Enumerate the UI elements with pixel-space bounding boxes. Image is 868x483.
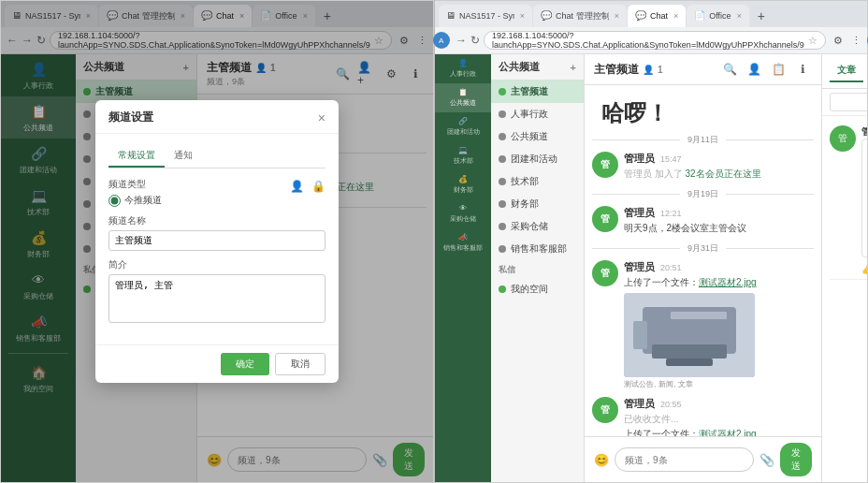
right-sidebar-purchase[interactable]: 👁 采购仓储 — [435, 199, 491, 228]
radio-public-channel[interactable]: 今推频道 — [108, 194, 162, 207]
right-msg-name-1: 管理员 — [624, 152, 655, 166]
file-link-1[interactable]: 测试器材2.jpg — [699, 277, 757, 287]
msg-image-1 — [624, 293, 755, 377]
right-menu-icon[interactable]: ⋮ — [848, 32, 865, 49]
confirm-button[interactable]: 确定 — [221, 353, 269, 375]
channel-type-label: 频道类型 — [108, 178, 146, 191]
right-tab-chat[interactable]: 💬 Chat × — [628, 5, 686, 27]
right-hr-label: 人事行政 — [450, 69, 476, 79]
modal-close-button[interactable]: × — [318, 110, 326, 125]
modal-tab-general[interactable]: 常规设置 — [108, 145, 165, 168]
rp-tab-article[interactable]: 文章 — [830, 60, 863, 82]
right-add-channel-icon[interactable]: + — [571, 62, 576, 73]
right-emoji-icon[interactable]: 😊 — [594, 453, 609, 467]
right-date-divider-3: 9月31日 — [592, 242, 814, 255]
modal-tab-notify[interactable]: 通知 — [165, 145, 202, 168]
right-tab-office[interactable]: 📄 Office × — [687, 5, 749, 27]
right-address-text: 192.168.1.104:5000/?launchApp=SYNO.SDS.C… — [492, 31, 804, 50]
join-link-right[interactable]: 32名会员正在这里 — [686, 168, 761, 179]
right-sidebar-team[interactable]: 🔗 团建和活动 — [435, 112, 491, 141]
right-new-tab-button[interactable]: + — [750, 5, 773, 27]
right-channel-dot-public — [499, 133, 506, 140]
right-panel-search-input[interactable] — [830, 93, 867, 111]
right-channel-procurement[interactable]: 采购仓储 — [491, 215, 584, 238]
right-tab-chat-admin[interactable]: 💬 Chat 管理控制台 × — [533, 5, 627, 27]
radio-public-input[interactable] — [108, 195, 121, 207]
channel-name-input[interactable] — [108, 230, 326, 251]
right-address-input[interactable]: 192.168.1.104:5000/?launchApp=SYNO.SDS.C… — [484, 31, 826, 50]
right-hr-icon: 👤 — [458, 59, 468, 67]
right-tech-label: 技术部 — [454, 156, 473, 166]
modal-footer: 确定 取消 — [95, 344, 339, 383]
right-sidebar-channels[interactable]: 📋 公共频道 — [435, 83, 491, 112]
right-search-header-icon[interactable]: 🔍 — [720, 60, 739, 79]
right-tab-nas[interactable]: 🖥 NAS1517 - Synology ... × — [439, 5, 532, 27]
right-channel-name-sales: 销售和客服部 — [511, 242, 567, 256]
right-msg-text-2: 明天9点，2楼会议室主管会议 — [624, 222, 814, 235]
right-attachment-icon[interactable]: 📎 — [760, 453, 774, 467]
right-channel-main[interactable]: 主管频道 — [491, 80, 584, 103]
right-channel-hr[interactable]: 人事行政 — [491, 103, 584, 125]
right-channel-team[interactable]: 团建和活动 — [491, 148, 584, 170]
rp-tab-file[interactable]: 文件 — [863, 60, 867, 82]
right-channel-dot-tech — [499, 178, 506, 185]
right-chat-messages: 哈啰！ 9月11日 管 管理员 15:47 管理员 加入了 32名会员正在这里 — [585, 85, 821, 436]
right-sales-icon: 📣 — [458, 233, 468, 242]
right-star-icon[interactable]: ☆ — [808, 35, 817, 47]
right-close-chat-admin[interactable]: × — [615, 11, 619, 21]
person-icon-modal: 👤 — [290, 180, 304, 193]
right-msg-avatar-2: 管 — [592, 206, 618, 232]
right-chat-main: 主管频道 👤 1 🔍 👤 📋 ℹ 哈啰！ 9月11日 — [585, 54, 821, 482]
right-close-nas[interactable]: × — [520, 11, 525, 21]
right-channel-my-space[interactable]: 我的空间 — [491, 278, 584, 300]
right-purchase-icon: 👁 — [459, 204, 467, 212]
right-sidebar-finance[interactable]: 💰 财务部 — [435, 170, 491, 199]
rp-user-info: 管理员 20:50 — [861, 125, 867, 275]
right-chat-header-icons: 🔍 👤 📋 ℹ — [720, 60, 812, 79]
right-msg-avatar-4: 管 — [592, 397, 618, 423]
rp-file-count-row: 👍 1 个赞 — [861, 263, 867, 275]
right-info-header-icon[interactable]: ℹ — [793, 60, 812, 79]
profile-avatar[interactable]: A — [433, 32, 450, 49]
right-extensions-icon[interactable]: ⚙ — [830, 32, 846, 49]
right-sidebar-hr[interactable]: 👤 人事行政 — [435, 54, 491, 83]
right-panel-content: 管 管理员 20:50 — [822, 116, 867, 482]
right-close-office[interactable]: × — [737, 11, 742, 21]
cancel-button[interactable]: 取消 — [275, 353, 326, 375]
right-msg-name-3: 管理员 — [624, 260, 655, 274]
right-sales-label: 销售和客服部 — [443, 243, 483, 253]
right-msg-time-2: 12:21 — [660, 209, 682, 218]
right-direct-section: 私信 — [491, 260, 584, 278]
right-finance-label: 财务部 — [454, 185, 473, 195]
right-channel-public[interactable]: 公共频道 — [491, 125, 584, 148]
right-forward-button[interactable]: → — [456, 31, 467, 50]
right-reload-button[interactable]: ↻ — [470, 31, 480, 50]
right-side-panel: 文章 文件 URL × 管 管理员 20:50 — [821, 54, 867, 482]
right-sidebar-tech[interactable]: 💻 技术部 — [435, 141, 491, 170]
radio-public-label: 今推频道 — [124, 194, 162, 207]
right-tab-chat-admin-label: Chat 管理控制台 — [556, 10, 609, 22]
right-channel-finance[interactable]: 财务部 — [491, 193, 584, 215]
right-close-chat[interactable]: × — [673, 11, 678, 21]
right-tab-bar: 🖥 NAS1517 - Synology ... × 💬 Chat 管理控制台 … — [435, 1, 867, 27]
printer-image-1 — [624, 293, 755, 377]
right-channel-sales[interactable]: 销售和客服部 — [491, 238, 584, 260]
right-channel-dot-main — [499, 88, 506, 95]
right-chat-message-input[interactable] — [615, 447, 754, 472]
rp-user-avatar: 管 — [830, 125, 856, 152]
right-view-header-icon[interactable]: 📋 — [769, 60, 788, 79]
file-link-2[interactable]: 测试器材2.jpg — [699, 429, 757, 436]
right-office-favicon: 📄 — [694, 10, 705, 22]
right-msg-time-1: 15:47 — [660, 154, 682, 164]
right-add-member-icon[interactable]: 👤 — [745, 60, 763, 79]
right-purchase-label: 采购仓储 — [450, 214, 476, 224]
right-channel-name-public: 公共频道 — [511, 130, 548, 143]
right-send-button[interactable]: 发送 — [780, 443, 812, 476]
right-channel-list-header: 公共频道 + — [491, 54, 584, 80]
right-chat-channel-title: 主管频道 👤 1 — [594, 62, 663, 78]
right-message-3: 管 管理员 20:51 上传了一个文件：测试器材2.jpg — [592, 260, 814, 389]
channel-desc-textarea[interactable]: 管理员, 主管 — [108, 274, 326, 323]
right-sidebar-sales[interactable]: 📣 销售和客服部 — [435, 228, 491, 257]
right-channel-tech[interactable]: 技术部 — [491, 170, 584, 193]
right-msg-body-4: 管理员 20:55 已收收文件... 上传了一个文件：测试器材2.jpg — [624, 397, 814, 436]
